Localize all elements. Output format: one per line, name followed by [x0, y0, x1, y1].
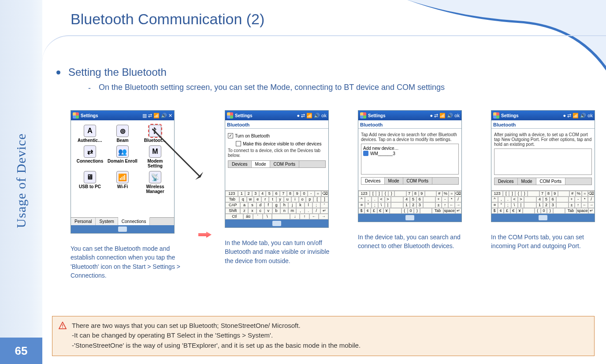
key[interactable]: k [296, 202, 304, 208]
key[interactable]: £ [504, 208, 510, 214]
key[interactable]: ¢ [364, 208, 371, 214]
key[interactable]: Tab [432, 208, 443, 214]
com-port-list[interactable] [494, 149, 592, 175]
key[interactable]: 3 [416, 202, 423, 208]
key[interactable]: ° [498, 202, 505, 208]
key[interactable]: c [257, 208, 264, 214]
key[interactable]: ← [581, 202, 588, 208]
onscreen-keypad[interactable]: 123[]{} 789 #%=⌫^,.<> 456 +-*/¤°;\| 123 … [491, 190, 595, 214]
key[interactable]: ^ [358, 197, 365, 202]
app-usb-to-pc[interactable]: 🖥USB to PC [74, 171, 105, 194]
key[interactable]: z [240, 208, 248, 214]
key[interactable]: 6 [273, 191, 280, 197]
key[interactable]: $ [358, 208, 364, 214]
key[interactable]: ↑ [575, 202, 581, 208]
key[interactable]: { [515, 191, 521, 197]
key[interactable]: y [276, 197, 284, 202]
key[interactable]: r [261, 197, 269, 202]
key[interactable]: 0 [408, 208, 414, 214]
key[interactable]: ] [509, 191, 515, 197]
key[interactable]: = [315, 191, 322, 197]
tab-mode[interactable]: Mode [518, 178, 536, 185]
key[interactable]: ± [435, 202, 442, 208]
key[interactable]: 1 [536, 202, 543, 208]
key[interactable]: > [385, 197, 391, 202]
key[interactable]: e [254, 197, 261, 202]
key[interactable]: [ [503, 191, 509, 197]
key[interactable]: → [588, 202, 595, 208]
key[interactable] [556, 197, 569, 202]
key[interactable]: \ [378, 202, 385, 208]
key[interactable]: 2 [543, 202, 550, 208]
key[interactable]: { [382, 191, 388, 197]
tab-com-ports[interactable]: COM Ports [536, 178, 565, 185]
key[interactable]: Shift [225, 208, 240, 214]
key[interactable]: 123 [491, 191, 503, 197]
tab-personal[interactable]: Personal [71, 218, 96, 225]
key[interactable] [423, 197, 435, 202]
key[interactable]: x [248, 208, 256, 214]
tab-com-ports[interactable]: COM Ports [403, 178, 432, 184]
tab-mode[interactable]: Mode [252, 161, 270, 167]
tab-devices[interactable]: Devices [228, 161, 252, 167]
key[interactable]: } [388, 191, 394, 197]
key[interactable]: ; [372, 202, 378, 208]
key[interactable]: € [510, 208, 517, 214]
key[interactable] [425, 191, 436, 197]
key[interactable]: n [280, 208, 288, 214]
key[interactable]: 5 [266, 191, 273, 197]
key[interactable]: 2 [410, 202, 416, 208]
key[interactable]: 4 [536, 197, 543, 202]
key[interactable] [391, 202, 403, 208]
key[interactable]: / [455, 197, 461, 202]
key[interactable]: + [569, 197, 575, 202]
key[interactable]: % [442, 191, 449, 197]
key[interactable]: w [247, 197, 254, 202]
key[interactable]: v [264, 208, 272, 214]
app-connections[interactable]: ⇄Connections [74, 145, 105, 168]
key[interactable]: ( [402, 208, 408, 214]
app-bluetoot[interactable]: ᛒBluetoot… [140, 125, 171, 143]
key[interactable]: ↵ [320, 208, 328, 214]
key[interactable]: | [518, 202, 524, 208]
key[interactable]: \ [511, 202, 518, 208]
key[interactable]: ] [321, 197, 328, 202]
key[interactable]: 7 [539, 191, 546, 197]
key[interactable]: . [372, 197, 378, 202]
tab-com-ports[interactable]: COM Ports [270, 161, 299, 167]
tab-devices[interactable]: Devices [494, 178, 518, 185]
key[interactable]: → [319, 214, 328, 219]
key[interactable]: 9 [419, 191, 425, 197]
key[interactable] [272, 214, 290, 219]
key[interactable]: ( [535, 208, 541, 214]
app-wireless-manager[interactable]: 📡Wireless Manager [140, 171, 171, 194]
key[interactable]: 4 [259, 191, 266, 197]
key[interactable] [423, 202, 435, 208]
key[interactable]: Ctl [225, 214, 243, 219]
key[interactable]: £ [371, 208, 377, 214]
key[interactable]: [ [313, 197, 321, 202]
key[interactable]: . [305, 208, 312, 214]
key[interactable]: ± [569, 202, 575, 208]
key[interactable]: i [291, 197, 299, 202]
key[interactable] [524, 202, 536, 208]
app-authentic[interactable]: AAuthentic… [74, 125, 105, 143]
key[interactable]: 8 [287, 191, 294, 197]
key[interactable]: , [365, 197, 372, 202]
key[interactable]: ¢ [498, 208, 504, 214]
key[interactable]: - [442, 197, 448, 202]
key[interactable]: t [269, 197, 276, 202]
checkbox-turn-on-bt[interactable]: ✓Turn on Bluetooth [228, 133, 326, 138]
key[interactable]: l [305, 202, 312, 208]
key[interactable]: 2 [245, 191, 252, 197]
key[interactable]: * [581, 197, 588, 202]
key[interactable]: % [576, 191, 582, 197]
key[interactable]: > [518, 197, 524, 202]
key[interactable]: ↵ [455, 208, 461, 214]
key[interactable]: | [385, 202, 391, 208]
key[interactable]: ¤ [358, 202, 365, 208]
app-beam[interactable]: ⊚Beam [107, 125, 138, 143]
key[interactable] [528, 191, 539, 197]
app-domain-enroll[interactable]: 👥Domain Enroll [107, 145, 138, 168]
key[interactable]: ° [365, 202, 372, 208]
